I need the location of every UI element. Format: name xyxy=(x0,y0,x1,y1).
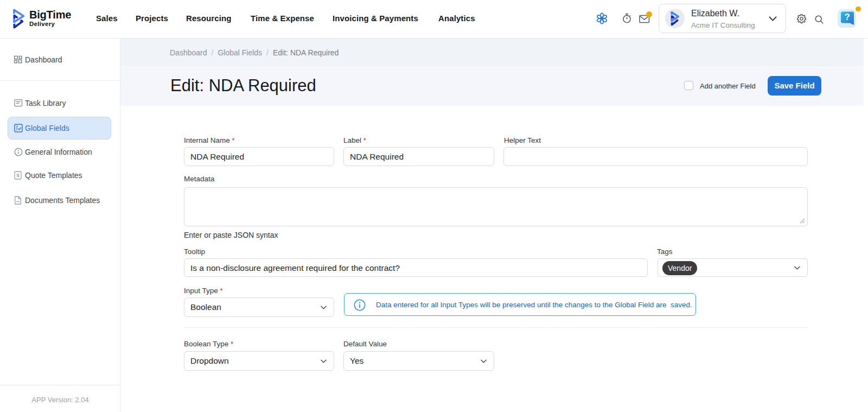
svg-text:$: $ xyxy=(16,173,19,178)
svg-text:?: ? xyxy=(845,12,850,22)
